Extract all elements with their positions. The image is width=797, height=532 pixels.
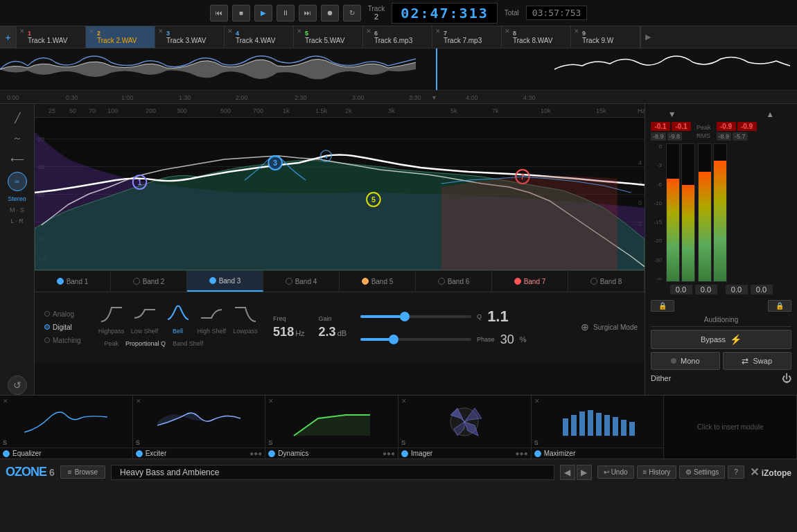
- close-icon[interactable]: ✕: [89, 28, 94, 35]
- settings-button[interactable]: ⚙ Settings: [679, 466, 725, 479]
- vu-lock-out[interactable]: 🔒: [768, 300, 791, 312]
- btn-ffwd[interactable]: ⏭: [299, 5, 317, 21]
- track-tab-1[interactable]: ✕ 1 Track 1.WAV: [17, 26, 86, 48]
- dither-power-button[interactable]: ⏻: [782, 373, 791, 384]
- band-tab-8[interactable]: Band 8: [568, 271, 645, 292]
- vu-down-arrow[interactable]: ▼: [668, 109, 676, 119]
- band-2-power[interactable]: [133, 278, 140, 285]
- peak-subtype[interactable]: Peak: [105, 340, 119, 347]
- track-tab-8[interactable]: ✕ 8 Track 8.WAV: [502, 26, 571, 48]
- track-tab-7[interactable]: ✕ 7 Track 7.mp3: [432, 26, 502, 48]
- track-tab-6[interactable]: ✕ 6 Track 6.mp3: [363, 26, 432, 48]
- btn-rewind[interactable]: ⏮: [210, 5, 228, 21]
- help-button[interactable]: ?: [728, 466, 744, 479]
- insert-module-slot[interactable]: Click to insert module: [664, 396, 797, 459]
- band-tab-6[interactable]: Band 6: [416, 271, 492, 292]
- mode-ms[interactable]: M · S: [10, 206, 24, 213]
- close-icon[interactable]: ✕: [297, 28, 302, 35]
- surgical-mode-button[interactable]: ⊕ Surgical Mode: [581, 321, 638, 332]
- undo-button[interactable]: ↩ Undo: [597, 466, 634, 479]
- filter-lowpass[interactable]: Lowpass: [231, 304, 259, 335]
- close-icon[interactable]: ✕: [136, 398, 141, 405]
- close-icon[interactable]: ✕: [268, 398, 274, 405]
- band-tab-3[interactable]: Band 3: [187, 271, 263, 292]
- band-tab-7[interactable]: Band 7: [492, 271, 568, 292]
- mono-button[interactable]: Mono: [651, 352, 720, 370]
- close-icon[interactable]: ✕: [3, 398, 8, 405]
- close-icon[interactable]: ✕: [534, 398, 540, 405]
- add-track-button[interactable]: +: [0, 26, 17, 48]
- reset-button[interactable]: ↺: [8, 375, 27, 395]
- track-tab-5[interactable]: ✕ 5 Track 5.WAV: [294, 26, 363, 48]
- close-icon[interactable]: ✕: [401, 398, 407, 405]
- transport-time[interactable]: 02:47:313: [392, 3, 497, 24]
- track-tab-3[interactable]: ✕ 3 Track 3.WAV: [155, 26, 225, 48]
- q-value[interactable]: 1.1: [487, 308, 509, 326]
- track-tab-2[interactable]: ✕ 2 Track 2.WAV: [86, 26, 155, 48]
- stereo-link-button[interactable]: ∞: [8, 172, 27, 191]
- band-1-power[interactable]: [57, 278, 64, 285]
- bandshelf-subtype[interactable]: Band Shelf: [173, 340, 203, 347]
- btn-loop[interactable]: ↻: [343, 5, 361, 21]
- phase-value[interactable]: 30: [500, 332, 514, 347]
- module-imager-power[interactable]: [401, 450, 408, 457]
- filter-highshelf[interactable]: High Shelf: [198, 304, 227, 335]
- close-icon[interactable]: ✕: [227, 28, 233, 35]
- preset-next-button[interactable]: ▶: [577, 465, 592, 480]
- band-tab-2[interactable]: Band 2: [111, 271, 187, 292]
- q-slider[interactable]: [360, 315, 471, 318]
- btn-pause[interactable]: ⏸: [277, 5, 295, 21]
- analog-button[interactable]: Analog: [42, 309, 84, 319]
- point-tool-icon[interactable]: ⟵: [7, 151, 28, 168]
- swap-button[interactable]: ⇄ Swap: [723, 352, 792, 370]
- filter-lowshelf[interactable]: Low Shelf: [131, 304, 159, 335]
- preset-name[interactable]: Heavy Bass and Ambience: [111, 465, 554, 480]
- module-equalizer[interactable]: ✕ S Equalizer: [0, 396, 133, 459]
- band-tab-4[interactable]: Band 4: [263, 271, 340, 292]
- propq-subtype[interactable]: Proportional Q: [125, 340, 166, 347]
- vu-lock-in[interactable]: 🔒: [651, 300, 674, 312]
- close-icon[interactable]: ✕: [574, 28, 579, 35]
- filter-bell[interactable]: Bell: [164, 304, 192, 335]
- eq-plot[interactable]: 20 40 60 80 100 4 2 0 -2: [35, 118, 645, 270]
- btn-stop[interactable]: ■: [232, 5, 250, 21]
- band-5-power[interactable]: [362, 278, 369, 285]
- preset-prev-button[interactable]: ◀: [560, 465, 575, 480]
- module-exciter-power[interactable]: [136, 450, 143, 457]
- module-maximizer-power[interactable]: [534, 450, 541, 457]
- btn-record[interactable]: ⏺: [321, 5, 339, 21]
- freq-value[interactable]: 518: [273, 325, 294, 339]
- module-imager[interactable]: ✕ S Imager ●●●: [398, 396, 532, 459]
- module-dynamics-power[interactable]: [268, 450, 275, 457]
- module-maximizer[interactable]: ✕ S Maximizer: [532, 396, 665, 459]
- track-tab-9[interactable]: ✕ 9 Track 9.W: [571, 26, 640, 48]
- band-7-power[interactable]: [514, 278, 521, 285]
- mode-lr[interactable]: L · R: [10, 218, 24, 224]
- filter-highpass[interactable]: Highpass: [98, 304, 125, 335]
- waveform-canvas[interactable]: [0, 48, 797, 90]
- close-icon[interactable]: ✕: [435, 28, 441, 35]
- track-next-arrow[interactable]: ▶: [640, 26, 654, 48]
- vu-up-arrow[interactable]: ▲: [766, 109, 774, 119]
- curve-tool-icon[interactable]: ～: [7, 130, 28, 147]
- gain-value[interactable]: 2.3: [319, 325, 336, 339]
- band-4-power[interactable]: [286, 278, 292, 285]
- waveform-area[interactable]: 0:00 0:30 1:00 1:30 2:00 2:30 ▼ 3:00 3:3…: [0, 48, 797, 104]
- browse-button[interactable]: ≡ Browse: [60, 466, 105, 479]
- module-dynamics[interactable]: ✕ S Dynamics ●●●: [265, 396, 398, 459]
- phase-slider[interactable]: [360, 338, 471, 341]
- matching-button[interactable]: Matching: [42, 335, 84, 346]
- line-tool-icon[interactable]: ╱: [7, 109, 28, 126]
- band-6-power[interactable]: [438, 278, 445, 285]
- module-eq-power[interactable]: [3, 450, 10, 457]
- close-icon[interactable]: ✕: [366, 28, 371, 35]
- close-icon[interactable]: ✕: [158, 28, 164, 35]
- module-exciter[interactable]: ✕ S Exciter ●●●: [133, 396, 266, 459]
- close-icon[interactable]: ✕: [505, 28, 510, 35]
- band-tab-1[interactable]: Band 1: [35, 271, 111, 292]
- band-3-power[interactable]: [209, 277, 216, 284]
- bypass-button[interactable]: Bypass ⚡: [651, 330, 791, 349]
- digital-button[interactable]: Digital: [42, 322, 84, 332]
- btn-play[interactable]: ▶: [254, 5, 272, 21]
- history-button[interactable]: ≡ History: [637, 466, 677, 479]
